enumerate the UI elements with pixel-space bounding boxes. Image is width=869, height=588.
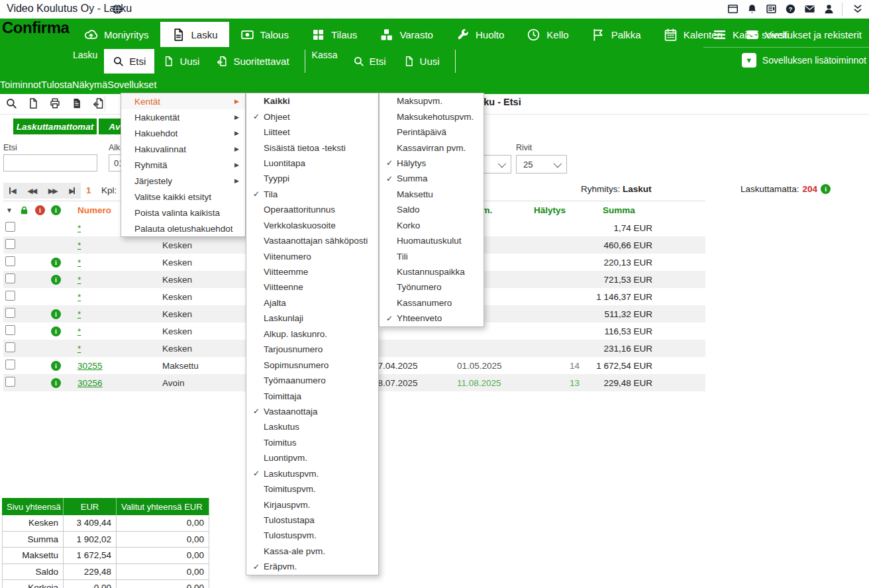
invoice-number-link[interactable]: *: [67, 240, 81, 250]
invoice-number-link[interactable]: *: [67, 309, 81, 319]
submenu-item[interactable]: ✓ Korko: [380, 218, 484, 233]
menu-item[interactable]: Poista valinta kaikista ▶: [121, 205, 245, 220]
invoice-number-link[interactable]: 30256: [67, 378, 103, 388]
column-header-summa[interactable]: Summa: [586, 205, 672, 215]
submenu-item[interactable]: ✓ Alkup. laskunro.: [246, 326, 378, 342]
submenu-item[interactable]: ✓ Kassavirran pvm.: [380, 140, 484, 155]
submenu-item[interactable]: ✓ Viitteenne: [246, 279, 378, 295]
doc-return-icon[interactable]: [93, 97, 105, 109]
menu-item[interactable]: Hakuehdot ▶: [121, 125, 245, 141]
invoice-number-link[interactable]: *: [67, 258, 81, 268]
app-extra-actions-button[interactable]: ▼ Sovelluksen lisätoiminnot: [742, 53, 866, 68]
menu-bar-item[interactable]: Sovellukset: [107, 79, 156, 90]
user-icon[interactable]: [823, 3, 835, 15]
row-checkbox[interactable]: [5, 342, 15, 352]
submenu-item[interactable]: ✓ Ajalta: [246, 295, 378, 311]
info-icon[interactable]: i: [821, 184, 831, 194]
info-red-icon[interactable]: i: [35, 205, 45, 215]
invoice-number-link[interactable]: *: [67, 223, 81, 233]
nav-item[interactable]: Tilaus: [300, 22, 368, 47]
submenu-item[interactable]: ✓ Vastaanottaja: [246, 404, 378, 419]
submenu-item[interactable]: ✓ Sisäistä tietoa -teksti: [246, 140, 378, 155]
submenu-item[interactable]: ✓ Työmaanumero: [246, 373, 378, 388]
sub-button[interactable]: Suoritettavat: [208, 49, 297, 74]
menu-bar-item[interactable]: Toiminnot: [0, 79, 41, 90]
row-info-icon[interactable]: i: [51, 309, 61, 319]
row-checkbox[interactable]: [5, 325, 15, 335]
submenu-item[interactable]: ✓ Tulostustapa: [246, 513, 378, 528]
row-checkbox[interactable]: [5, 291, 15, 301]
submenu-item[interactable]: ✓ Laskutuspvm.: [246, 466, 378, 481]
submenu-item[interactable]: ✓ Luontipvm.: [246, 450, 378, 466]
select-all-caret-icon[interactable]: ▼: [3, 207, 19, 214]
submenu-item[interactable]: ✓ Maksupvm.: [380, 93, 484, 109]
submenu-item[interactable]: ✓ Toimitus: [246, 435, 378, 450]
submenu-item[interactable]: ✓ Kirjauspvm.: [246, 497, 378, 512]
menu-bar-item[interactable]: Tulosta: [41, 79, 72, 90]
row-checkbox[interactable]: [5, 360, 15, 369]
info-green-icon[interactable]: i: [51, 205, 61, 215]
rows-per-page-select[interactable]: 25: [516, 155, 567, 173]
nav-item-all-apps[interactable]: Kaikki sovellukset ja rekisterit: [701, 22, 869, 47]
nav-item[interactable]: Varasto: [368, 22, 444, 47]
submenu-item[interactable]: ✓ Maksukehotuspvm.: [380, 109, 484, 124]
menu-item[interactable]: Valitse kaikki etsityt ▶: [121, 189, 245, 205]
submenu-item[interactable]: ✓ Laskutus: [246, 419, 378, 434]
nav-item[interactable]: Kello: [515, 22, 580, 47]
submenu-item[interactable]: ✓ Summa: [380, 171, 484, 186]
first-page-button[interactable]: ◀: [9, 187, 15, 195]
submenu-item[interactable]: ✓ Kaikki: [246, 93, 378, 109]
new-doc-icon[interactable]: [27, 97, 39, 109]
submenu-item[interactable]: ✓ Kassanumero: [380, 295, 484, 311]
report-icon[interactable]: [71, 97, 83, 109]
submenu-item[interactable]: ✓ Eräpvm.: [246, 559, 378, 574]
window-icon[interactable]: [727, 3, 739, 15]
submenu-item[interactable]: ✓ Sopimusnumero: [246, 357, 378, 372]
nav-item[interactable]: Talous: [229, 22, 300, 47]
submenu-item[interactable]: ✓ Liitteet: [246, 124, 378, 140]
submenu-item[interactable]: ✓ Viitenumero: [246, 248, 378, 264]
sub-button[interactable]: Uusi: [395, 49, 448, 74]
submenu-item[interactable]: ✓ Kassa-ale pvm.: [246, 544, 378, 559]
row-info-icon[interactable]: i: [51, 326, 61, 336]
row-info-icon[interactable]: i: [51, 361, 61, 371]
row-info-icon[interactable]: i: [51, 258, 61, 268]
submenu-item[interactable]: ✓ Työnumero: [380, 279, 484, 295]
chevron-double-down-icon[interactable]: [852, 3, 864, 15]
menu-bar-item[interactable]: Näkymä: [72, 79, 107, 90]
row-checkbox[interactable]: [5, 256, 15, 266]
menu-item[interactable]: Palauta oletushakuehdot ▶: [121, 220, 245, 236]
submenu-item[interactable]: ✓ Ohjeet: [246, 109, 378, 124]
submenu-item[interactable]: ✓ Perintäpäivä: [380, 124, 484, 140]
help-icon[interactable]: ?: [785, 3, 796, 15]
invoice-number-link[interactable]: *: [67, 344, 81, 354]
submenu-item[interactable]: ✓ Vastaanottajan sähköposti: [246, 233, 378, 248]
submenu-item[interactable]: ✓ Luontitapa: [246, 156, 378, 171]
submenu-item[interactable]: ✓ Saldo: [380, 202, 484, 217]
column-header-halytys[interactable]: Hälytys: [505, 205, 586, 215]
row-info-icon[interactable]: i: [51, 275, 61, 285]
submenu-item[interactable]: ✓ Maksettu: [380, 187, 484, 202]
submenu-item[interactable]: ✓ Verkkolaskuosoite: [246, 218, 378, 233]
nav-item[interactable]: Moniyritys: [73, 22, 160, 47]
search-icon[interactable]: [5, 97, 17, 109]
row-checkbox[interactable]: [5, 239, 15, 249]
nav-item[interactable]: Huolto: [444, 22, 515, 47]
submenu-item[interactable]: ✓ Tulostuspvm.: [246, 528, 378, 543]
submenu-item[interactable]: ✓ Tila: [246, 187, 378, 202]
row-info-icon[interactable]: i: [51, 378, 61, 388]
submenu-item[interactable]: ✓ Tarjousnumero: [246, 342, 378, 357]
menu-item[interactable]: Hakukentät ▶: [121, 109, 245, 125]
menu-item[interactable]: Hakuvalinnat ▶: [121, 141, 245, 157]
mail-icon[interactable]: [804, 3, 815, 15]
sub-button[interactable]: Etsi: [104, 49, 154, 74]
row-checkbox[interactable]: [5, 222, 15, 232]
bell-icon[interactable]: [746, 3, 758, 15]
menu-item[interactable]: Ryhmitä ▶: [121, 157, 245, 173]
row-checkbox[interactable]: [5, 308, 15, 318]
news-icon[interactable]: [766, 3, 777, 15]
printer-icon[interactable]: [49, 97, 61, 109]
submenu-item[interactable]: ✓ Toimittaja: [246, 388, 378, 403]
invoice-number-link[interactable]: *: [67, 326, 81, 336]
sub-button[interactable]: Uusi: [154, 49, 208, 74]
